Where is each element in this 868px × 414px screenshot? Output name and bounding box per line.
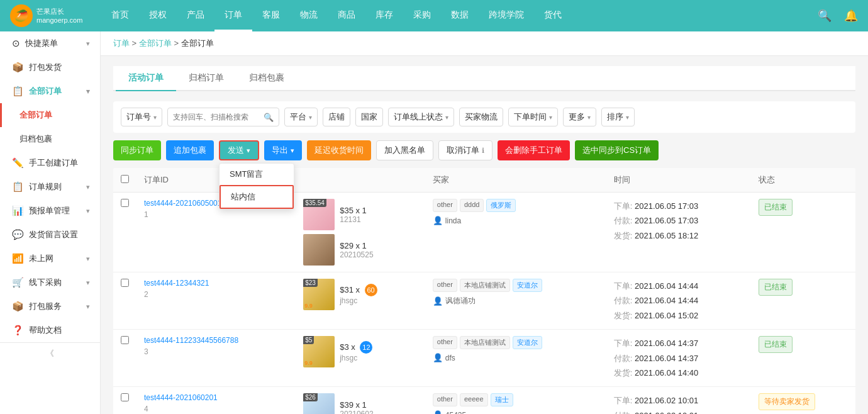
tab-archive-orders[interactable]: 归档订单 (176, 66, 236, 91)
chevron-down-icon: ▾ (86, 87, 90, 96)
search-icon[interactable]: 🔍 (818, 9, 832, 23)
filter-more[interactable]: 更多 ▾ (563, 108, 596, 126)
send-button[interactable]: 发送 ▾ (219, 140, 259, 160)
nav-order[interactable]: 订单 (214, 0, 252, 31)
nav-data[interactable]: 数据 (441, 0, 479, 31)
nav-goods[interactable]: 商品 (328, 0, 365, 31)
chevron-down-icon: ▾ (587, 114, 591, 121)
layout: ⊙ 快捷菜单 ▾ 📦 打包发货 📋 全部订单 ▾ 全部订单 归档包裹 ✏️ 手工… (0, 31, 868, 414)
offline-icon: 📶 (12, 253, 24, 264)
product-item: $26 $39 x 1 20210602 (303, 393, 418, 414)
cancel-button[interactable]: 取消订单 ℹ (438, 140, 492, 160)
filter-order-no[interactable]: 订单号 ▾ (121, 108, 162, 126)
order-id-link[interactable]: test4444-2021060201 (144, 393, 288, 402)
order-time: 下单: 2021.06.04 14:37 付款: 2021.06.04 14:3… (614, 336, 743, 380)
chevron-down-icon: ▾ (445, 114, 448, 121)
sidebar-item-pack-service[interactable]: 📦 打包服务 ▾ (0, 294, 100, 318)
row-checkbox[interactable] (121, 336, 129, 344)
nav-home[interactable]: 首页 (101, 0, 139, 31)
filter-status[interactable]: 订单线上状态 ▾ (388, 108, 454, 126)
search-icon[interactable]: 🔍 (264, 113, 274, 122)
buyer-tag: other (433, 279, 457, 292)
product-price: $39 x 1 (340, 400, 373, 410)
nav-logistics[interactable]: 物流 (290, 0, 328, 31)
buyer-tag: eeeee (460, 393, 488, 406)
filter-time[interactable]: 下单时间 ▾ (508, 108, 558, 126)
rules-icon: 📋 (12, 181, 24, 193)
buyer-country-tag: 瑞士 (491, 393, 513, 406)
sidebar-item-quick[interactable]: ⊙ 快捷菜单 ▾ (0, 31, 100, 55)
select-all-checkbox[interactable] (121, 175, 129, 183)
tab-archive-packages[interactable]: 归档包裹 (236, 66, 297, 91)
price-tag: $23 (303, 279, 318, 287)
nav-inventory[interactable]: 库存 (365, 0, 403, 31)
blacklist-button[interactable]: 加入黑名单 (376, 140, 433, 160)
product-sku: 12131 (340, 215, 367, 224)
status-badge: 已结束 (759, 199, 793, 216)
logo-icon: 🥭 (10, 4, 33, 27)
nav-academy[interactable]: 跨境学院 (479, 0, 534, 31)
send-dropdown-wrapper: 发送 ▾ SMT留言 站内信 (219, 140, 259, 160)
sidebar-item-all-orders[interactable]: 📋 全部订单 ▾ (0, 79, 100, 103)
product-info: $35 x 1 12131 (340, 206, 367, 224)
breadcrumb-orders[interactable]: 订单 (113, 38, 130, 48)
nav-purchase[interactable]: 采购 (403, 0, 441, 31)
sidebar-item-ship[interactable]: 📦 打包发货 (0, 55, 100, 79)
filter-platform[interactable]: 平台 ▾ (284, 108, 318, 126)
filter-sort[interactable]: 排序 ▾ (601, 108, 635, 126)
ship-icon: 📦 (12, 62, 24, 73)
chevron-down-icon: ▾ (86, 207, 90, 215)
search-input[interactable] (173, 113, 261, 121)
sidebar-item-help[interactable]: ❓ 帮助文档 (0, 318, 100, 342)
sidebar-item-forecast[interactable]: 📊 预报单管理 ▾ (0, 199, 100, 223)
logo[interactable]: 🥭 芒果店长mangoerp.com (10, 4, 82, 27)
buyer-country-tag: 安道尔 (513, 279, 542, 292)
order-id-link[interactable]: test4444-112233445566788 (144, 336, 288, 345)
col-time: 时间 (606, 168, 751, 193)
buyer-tags: other 本地店铺测试 安道尔 (433, 279, 599, 292)
send-internal-msg-item[interactable]: 站内信 (220, 185, 294, 209)
sidebar-item-manual[interactable]: ✏️ 手工创建订单 (0, 151, 100, 175)
purchase-icon: 🛒 (12, 277, 24, 288)
sidebar-item-rules[interactable]: 📋 订单规则 ▾ (0, 175, 100, 199)
delete-manual-button[interactable]: 会删除手工订单 (498, 140, 570, 160)
sidebar-item-all-orders-sub[interactable]: 全部订单 (0, 103, 100, 127)
row-checkbox[interactable] (121, 393, 129, 401)
breadcrumb: 订单 > 全部订单 > 全部订单 (101, 31, 868, 56)
export-button[interactable]: 导出 ▾ (264, 140, 302, 160)
row-checkbox[interactable] (121, 199, 129, 207)
nav-cs[interactable]: 客服 (252, 0, 290, 31)
sidebar-item-archive-pkg[interactable]: 归档包裹 (0, 127, 100, 151)
product-list: $5 9.9 $3 x 12 jhsgc (303, 336, 418, 367)
bell-icon[interactable]: 🔔 (844, 9, 858, 23)
sidebar-item-ship-remark[interactable]: 💬 发货留言设置 (0, 223, 100, 247)
tab-active-orders[interactable]: 活动订单 (116, 66, 176, 91)
breadcrumb-all-orders-1[interactable]: 全部订单 (139, 38, 172, 48)
order-num: 2 (144, 290, 288, 299)
chevron-down-icon: ▾ (86, 255, 90, 263)
product-thumbnail: $35.54 (303, 199, 335, 230)
sidebar-item-offline-purchase[interactable]: 🛒 线下采购 ▾ (0, 271, 100, 294)
filter-country[interactable]: 国家 (355, 108, 383, 126)
nav-product[interactable]: 产品 (177, 0, 214, 31)
product-price: $29 x 1 (340, 241, 373, 250)
chevron-down-icon: ▾ (291, 147, 294, 155)
sync-orders-button[interactable]: 同步订单 (113, 140, 161, 160)
chevron-down-icon: ▾ (153, 114, 157, 121)
filter-store[interactable]: 店铺 (323, 108, 350, 126)
row-checkbox[interactable] (121, 279, 129, 287)
nav-freight[interactable]: 货代 (534, 0, 572, 31)
nav-auth[interactable]: 授权 (139, 0, 177, 31)
product-sku: 20210602 (340, 410, 373, 414)
delay-button[interactable]: 延迟收货时间 (307, 140, 371, 160)
add-package-button[interactable]: 追加包裹 (166, 140, 214, 160)
sync-cs-button[interactable]: 选中同步到CS订单 (575, 140, 659, 160)
top-navigation: 🥭 芒果店长mangoerp.com 首页 授权 产品 订单 客服 物流 商品 … (0, 0, 868, 31)
filter-logistics[interactable]: 买家物流 (459, 108, 503, 126)
product-item: $5 9.9 $3 x 12 jhsgc (303, 336, 418, 367)
sidebar: ⊙ 快捷菜单 ▾ 📦 打包发货 📋 全部订单 ▾ 全部订单 归档包裹 ✏️ 手工… (0, 31, 101, 414)
order-id-link[interactable]: test4444-12344321 (144, 279, 288, 288)
collapse-sidebar-button[interactable]: 《 (0, 342, 100, 364)
sidebar-item-offline[interactable]: 📶 未上网 ▾ (0, 247, 100, 271)
send-smt-item[interactable]: SMT留言 (220, 164, 294, 185)
